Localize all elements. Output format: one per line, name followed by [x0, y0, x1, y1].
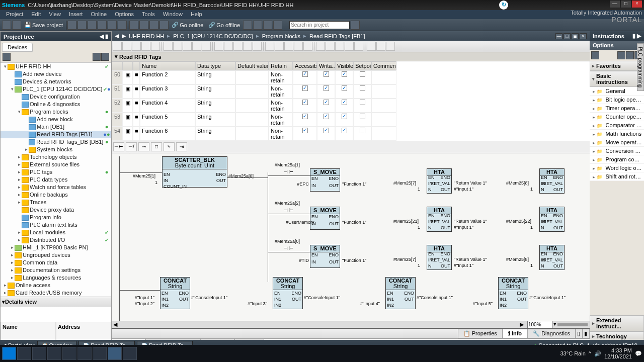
editor-tool-27[interactable] — [386, 42, 395, 51]
tree-item-28[interactable]: ▸Languages & resources — [1, 274, 111, 282]
instr-item-2[interactable]: ▸ 📁 Timer operations — [590, 104, 644, 113]
tree-item-5[interactable]: Online & diagnostics — [1, 101, 111, 108]
tree-item-23[interactable]: ▸Distributed I/O✔ — [1, 236, 111, 244]
devices-tab[interactable]: Devices — [2, 43, 33, 52]
editor-tool-0[interactable] — [113, 42, 122, 51]
tree-item-13[interactable]: ▸External source files — [1, 161, 111, 168]
tree-item-21[interactable]: PLC alarm text lists — [1, 221, 111, 229]
zoom-input[interactable] — [527, 321, 552, 328]
tree-item-7[interactable]: Add new block — [1, 116, 111, 123]
options-header[interactable]: Options — [590, 41, 644, 50]
go-offline-button[interactable]: 🔗 Go offline — [206, 22, 242, 28]
concat-3[interactable]: CONCATStringENIN1IN2ENOOUT — [498, 277, 528, 309]
side-tab-plc[interactable]: PLC programming — [637, 43, 644, 91]
redo-icon[interactable] — [118, 21, 127, 30]
tree-item-22[interactable]: ▸Local modules✔ — [1, 229, 111, 236]
tia-icon[interactable] — [108, 347, 122, 360]
accordion-1[interactable]: ▾Basic instructions — [590, 71, 644, 87]
instr-tool3-icon[interactable] — [626, 51, 634, 59]
weather[interactable]: 33°C Rain — [560, 350, 586, 356]
tree-view1-icon[interactable] — [93, 53, 101, 61]
editor-tool-5[interactable] — [164, 42, 173, 51]
maximize-button[interactable]: □ — [621, 1, 631, 8]
branch-icon[interactable]: ⤷ — [164, 142, 175, 151]
hta-b-2[interactable]: HTAENINNENORET_VALOUT — [539, 245, 565, 270]
concat-1[interactable]: CONCATStringENIN1IN2ENOOUT — [273, 277, 303, 309]
instr-item-3[interactable]: ▸ 📁 Counter operations — [590, 113, 644, 121]
tree-item-27[interactable]: ▸Documentation settings — [1, 266, 111, 274]
start-button[interactable] — [2, 347, 16, 360]
tree-item-9[interactable]: Read RFID Tags [FB1]●● — [1, 131, 111, 138]
delete-icon[interactable] — [98, 21, 107, 30]
editor-tool-11[interactable] — [224, 42, 233, 51]
editor-tool-9[interactable] — [202, 42, 211, 51]
contact-closed-icon[interactable]: ⊣/⊢ — [126, 142, 137, 151]
tree-view2-icon[interactable] — [101, 53, 109, 61]
editor-tool-6[interactable] — [173, 42, 182, 51]
editor-tool-22[interactable] — [335, 42, 344, 51]
tree-item-2[interactable]: Devices & networks — [1, 78, 111, 85]
t3-icon[interactable] — [263, 21, 272, 30]
editor-tool-23[interactable] — [345, 42, 354, 51]
tree-item-19[interactable]: Device proxy data — [1, 206, 111, 214]
hta-a-1[interactable]: HTAENINNENORET_VALOUT — [427, 207, 452, 232]
editor-tool-1[interactable] — [122, 42, 131, 51]
search-input[interactable] — [289, 21, 350, 29]
tree-item-3[interactable]: ▾PLC_1 [CPU 1214C DC/DC/DC]✔● — [1, 85, 111, 93]
coil-icon[interactable]: ⊸ — [138, 142, 149, 151]
open-icon[interactable] — [12, 21, 21, 30]
tree-item-26[interactable]: ▸Common data — [1, 259, 111, 266]
tree-item-0[interactable]: ▾UHF RFID HH✔ — [1, 63, 111, 70]
minimize-button[interactable]: — — [610, 1, 620, 8]
editor-tool-17[interactable] — [284, 42, 293, 51]
simulate-icon[interactable] — [159, 21, 169, 30]
tab-info[interactable]: ℹ Info — [503, 329, 527, 338]
download-icon[interactable] — [129, 21, 138, 30]
editor-window-icon[interactable]: □ — [564, 33, 571, 39]
editor-tool-26[interactable] — [376, 42, 385, 51]
tree-item-14[interactable]: ▸PLC tags● — [1, 168, 111, 176]
accordion-0[interactable]: ▸Favorites — [590, 61, 644, 71]
close-button[interactable]: × — [632, 1, 642, 8]
t4-icon[interactable] — [273, 21, 282, 30]
tree-item-29[interactable]: ▸Online access — [1, 282, 111, 289]
hta-b-1[interactable]: HTAENINNENORET_VALOUT — [539, 207, 565, 232]
editor-tool-18[interactable] — [294, 42, 303, 51]
tree-item-8[interactable]: Main [OB1]● — [1, 123, 111, 131]
instr-item-0[interactable]: ▸ 📁 General — [590, 87, 644, 96]
instr-item-8[interactable]: ▸ 📁 Program control op... — [590, 155, 644, 164]
tree-item-15[interactable]: ▸PLC data types — [1, 176, 111, 184]
tab-diagnostics[interactable]: 🔧 Diagnostics — [527, 329, 576, 338]
editor-maximize-icon[interactable]: ▣ — [572, 33, 579, 39]
concat-0[interactable]: CONCATStringENIN1IN2ENOOUT — [160, 277, 190, 309]
concat-2[interactable]: CONCATStringENIN1IN2ENOOUT — [385, 277, 416, 309]
tab-properties[interactable]: 📋 Properties — [458, 329, 503, 338]
go-online-button[interactable]: 🔗 Go online — [170, 22, 205, 28]
tree-item-17[interactable]: ▸Online backups — [1, 191, 111, 199]
tree-item-30[interactable]: ▸Card Reader/USB memory — [1, 289, 111, 297]
tree-item-6[interactable]: ▾Program blocks● — [1, 108, 111, 116]
menu-project[interactable]: Project — [2, 10, 27, 19]
editor-tool-24[interactable] — [354, 42, 363, 51]
outlook-icon[interactable] — [77, 347, 92, 360]
notifications-icon[interactable]: 💬 — [635, 350, 642, 357]
editor-tool-7[interactable] — [183, 42, 192, 51]
search-icon[interactable] — [351, 21, 360, 30]
word-icon[interactable] — [123, 347, 137, 360]
inspector-expand-icon[interactable]: ▮ — [583, 329, 590, 338]
editor-tool-16[interactable] — [275, 42, 284, 51]
hta-b-0[interactable]: HTAENINNENORET_VALOUT — [539, 168, 565, 194]
instr-item-4[interactable]: ▸ 📁 Comparator operati... — [590, 121, 644, 130]
editor-tool-10[interactable] — [214, 42, 223, 51]
accordion-2[interactable]: ▸Extended instruct... — [590, 315, 644, 331]
hta-a-0[interactable]: HTAENINNENORET_VALOUT — [427, 168, 452, 194]
help-bubble-icon[interactable]: ↻ — [499, 1, 508, 10]
tree-item-12[interactable]: ▸Technology objects — [1, 153, 111, 161]
save-button[interactable]: 💾 Save project — [22, 22, 65, 28]
instr-item-10[interactable]: ▸ 📁 Shift and rotate — [590, 172, 644, 181]
ie-icon[interactable] — [93, 347, 107, 360]
editor-tool-12[interactable] — [233, 42, 243, 51]
editor-tool-19[interactable] — [303, 42, 312, 51]
instr-item-9[interactable]: ▸ 📁 Word logic operati... — [590, 164, 644, 172]
unknown-icon[interactable]: ⇥ — [176, 142, 187, 151]
